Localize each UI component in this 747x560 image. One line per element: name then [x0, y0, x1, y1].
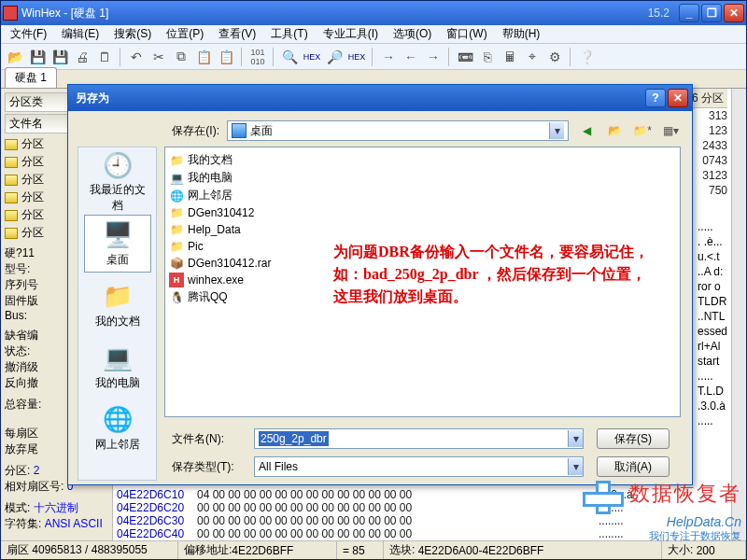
folder-icon: 📁 — [169, 205, 184, 220]
place-mycomputer[interactable]: 我的电脑 — [84, 338, 151, 396]
tb-open-icon[interactable]: 📂 — [5, 47, 25, 67]
charset-row: 字符集: ANSI ASCII — [5, 516, 108, 532]
dialog-close-button[interactable]: ✕ — [668, 89, 688, 107]
chevron-down-icon[interactable]: ▾ — [549, 122, 564, 139]
tb-disk-icon[interactable]: 💾 — [27, 47, 48, 67]
folder-icon — [5, 210, 18, 221]
chevron-down-icon[interactable]: ▾ — [568, 458, 583, 475]
app-titlebar: WinHex - [硬盘 1] 15.2 _ ❐ ✕ — [1, 1, 746, 25]
menu-position[interactable]: 位置(P) — [161, 24, 209, 44]
filename-row: 文件名(N): 250g_2p_dbr ▾ 保存(S) — [164, 425, 681, 453]
tb-save-icon[interactable]: 💾 — [49, 47, 70, 67]
save-as-dialog: 另存为 ? ✕ 保存在(I): 桌面 ▾ ◀ 📂 📁* ▦▾ 我最近的文档 桌面… — [67, 84, 693, 485]
list-item[interactable]: 📁Help_Data — [169, 221, 676, 238]
up-one-level-icon[interactable]: 📂 — [604, 120, 625, 141]
menu-options[interactable]: 选项(O) — [388, 24, 437, 44]
status-size: 大小: 200 — [662, 541, 746, 559]
tb-pastehex-icon[interactable]: 📋 — [216, 47, 236, 67]
separator-icon — [570, 48, 571, 66]
exe-icon: H — [169, 273, 184, 287]
folder-icon: 📁 — [169, 153, 184, 168]
tb-findtext-icon[interactable]: 🔎 — [324, 47, 345, 67]
folder-icon — [5, 192, 18, 203]
tb-find-icon[interactable]: 🔍 — [279, 47, 300, 67]
tb-print-icon[interactable]: 🖨 — [72, 47, 92, 67]
watermark-url: HelpData.Cn — [583, 514, 741, 529]
cancel-button[interactable]: 取消(A) — [597, 456, 669, 477]
filetype-value: All Files — [259, 460, 298, 473]
new-folder-icon[interactable]: 📁* — [632, 120, 653, 141]
menu-protools[interactable]: 专业工具(I) — [317, 24, 384, 44]
menu-file[interactable]: 文件(F) — [5, 24, 52, 44]
list-item[interactable]: 🌐网上邻居 — [169, 187, 676, 204]
tb-copy-icon[interactable]: ⧉ — [171, 47, 191, 67]
maximize-button[interactable]: ❐ — [701, 4, 722, 22]
menu-tools[interactable]: 工具(T) — [265, 24, 313, 44]
filetype-combo[interactable]: All Files ▾ — [254, 456, 584, 477]
cross-logo-icon — [583, 481, 626, 514]
tb-undo-icon[interactable]: ↶ — [126, 47, 147, 67]
menu-help[interactable]: 帮助(H) — [497, 24, 546, 44]
list-item[interactable]: 📁我的文档 — [169, 151, 676, 169]
menubar: 文件(F) 编辑(E) 搜索(S) 位置(P) 查看(V) 工具(T) 专业工具… — [1, 25, 746, 44]
tb-goto-icon[interactable]: → — [378, 47, 399, 67]
tb-101-icon[interactable]: 101010 — [247, 47, 268, 67]
mydocs-icon — [103, 282, 133, 312]
watermark: 数据恢复者 HelpData.Cn 我们专注于数据恢复 — [583, 480, 741, 543]
qq-icon: 🐧 — [169, 290, 184, 305]
tb-cut-icon[interactable]: ✂ — [148, 47, 169, 67]
file-list[interactable]: 📁我的文档 💻我的电脑 🌐网上邻居 📁DGen310412 📁Help_Data… — [164, 147, 681, 417]
menu-view[interactable]: 查看(V) — [213, 24, 261, 44]
tb-calc-icon[interactable]: 🖩 — [500, 47, 520, 67]
vertical-scrollbar[interactable] — [731, 89, 746, 540]
nav-back-icon[interactable]: ◀ — [576, 120, 597, 141]
tb-back-icon[interactable]: ← — [401, 47, 421, 67]
separator-icon — [120, 48, 121, 66]
minimize-button[interactable]: _ — [679, 4, 699, 22]
menu-window[interactable]: 窗口(W) — [441, 24, 492, 44]
separator-icon — [273, 48, 275, 66]
app-version: 15.2 — [648, 7, 669, 20]
filelist-wrap: 📁我的文档 💻我的电脑 🌐网上邻居 📁DGen310412 📁Help_Data… — [157, 147, 692, 481]
annotation-text: 为问题DBR备份输入一个文件名，要容易记住，如：bad_250g_2p_dbr … — [333, 241, 652, 308]
toolbar: 📂 💾 💾 🖨 🗒 ↶ ✂ ⧉ 📋 📋 101010 🔍 HEX 🔎 HEX →… — [1, 44, 746, 70]
save-in-combo[interactable]: 桌面 ▾ — [227, 120, 569, 141]
watermark-title: 数据恢复者 — [629, 482, 741, 505]
tb-findhex2-icon[interactable]: HEX — [346, 47, 367, 67]
tb-prop-icon[interactable]: 🗒 — [94, 47, 115, 67]
tb-whelp-icon[interactable]: ❔ — [576, 47, 597, 67]
tb-fwd-icon[interactable]: → — [423, 47, 444, 67]
status-eq: = 85 — [337, 541, 384, 559]
desktop-icon — [232, 123, 247, 138]
tab-disk1[interactable]: 硬盘 1 — [5, 67, 57, 88]
recent-icon — [103, 151, 133, 180]
save-button[interactable]: 保存(S) — [597, 428, 669, 449]
separator-icon — [241, 48, 243, 66]
chevron-down-icon[interactable]: ▾ — [568, 430, 583, 447]
close-button[interactable]: ✕ — [724, 4, 744, 22]
place-mydocs[interactable]: 我的文档 — [84, 276, 151, 334]
list-item[interactable]: 💻我的电脑 — [169, 169, 676, 187]
place-netplaces[interactable]: 网上邻居 — [84, 399, 151, 457]
list-item[interactable]: 📁DGen310412 — [169, 204, 676, 221]
filetype-label: 保存类型(T): — [172, 459, 247, 475]
ascii-column: ...... .è...u.<.t ..A d:ror oTLDR ..NTLe… — [698, 219, 727, 428]
dialog-help-button[interactable]: ? — [645, 89, 666, 107]
tb-settings-icon[interactable]: ⚙ — [544, 47, 565, 67]
network-places-icon — [103, 405, 133, 435]
place-recent[interactable]: 我最近的文档 — [84, 153, 151, 211]
place-desktop[interactable]: 桌面 — [84, 215, 151, 273]
menu-edit[interactable]: 编辑(E) — [56, 24, 105, 44]
places-bar: 我最近的文档 桌面 我的文档 我的电脑 网上邻居 — [78, 147, 157, 481]
tb-pos-icon[interactable]: ⌖ — [522, 47, 543, 67]
filetype-row: 保存类型(T): All Files ▾ 取消(A) — [164, 453, 681, 481]
tb-ram-icon[interactable]: ⎘ — [477, 47, 498, 67]
menu-search[interactable]: 搜索(S) — [108, 24, 157, 44]
views-menu-icon[interactable]: ▦▾ — [660, 120, 681, 141]
status-selblock: 选块: 4E22D6A00-4E22D6BFF — [384, 541, 662, 559]
tb-findhex-icon[interactable]: HEX — [302, 47, 322, 67]
filename-input[interactable]: 250g_2p_dbr ▾ — [254, 428, 584, 449]
tb-paste-icon[interactable]: 📋 — [193, 47, 214, 67]
desktop-icon — [103, 220, 133, 250]
tb-drive-icon[interactable]: 📼 — [455, 47, 475, 67]
